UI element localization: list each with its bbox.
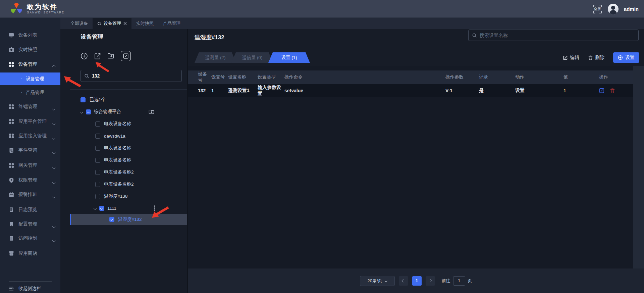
sidebar-item-label: 事件查询 [18, 147, 37, 153]
refresh-icon [97, 21, 101, 26]
settings-search-input[interactable] [480, 33, 635, 38]
tree-root-node[interactable]: 综合管理平台 [70, 107, 187, 117]
tree-node-meter2-1[interactable]: 电表设备名称2 [70, 167, 187, 177]
tree-node-meter-2[interactable]: 电表设备名称 [70, 143, 187, 153]
tab-telesignal[interactable]: 遥信量 (0) [231, 52, 273, 63]
close-icon[interactable] [123, 22, 127, 25]
goto-page-input[interactable] [453, 276, 465, 286]
checkbox[interactable] [95, 121, 100, 127]
sidebar-item-permission-management[interactable]: 权限管理 [0, 174, 60, 186]
tree-toolbar [80, 51, 131, 61]
sidebar-item-config-management[interactable]: 配置管理 [0, 218, 60, 230]
checkbox-indeterminate[interactable] [80, 97, 86, 102]
sidebar-item-label: 设备管理 [18, 61, 37, 67]
circle-plus-icon[interactable] [80, 52, 88, 60]
col-header-params: 操作参数 [445, 74, 479, 80]
tab-settings[interactable]: 设置 (1) [268, 52, 310, 63]
checkbox-checked[interactable] [99, 206, 104, 211]
tree-node-label: 电表设备名称2 [104, 181, 134, 187]
col-header-record: 记录 [479, 74, 515, 80]
sidebar-item-gateway-management[interactable]: 网关管理 [0, 159, 60, 172]
sidebar-item-app-platform-management[interactable]: 应用平台管理 [0, 115, 60, 128]
col-header-value: 值 [564, 74, 599, 80]
tab-product-management[interactable]: 产品管理 [158, 18, 185, 29]
tab-telemetry[interactable]: 遥测量 (2) [195, 52, 236, 63]
monitor-icon [9, 33, 14, 38]
tab-realtime-snapshot[interactable]: 实时快照 [131, 18, 158, 29]
tree-node-label: 电表设备名称 [104, 121, 131, 127]
sidebar-item-log-preview[interactable]: 日志预览 [0, 204, 60, 216]
checkbox[interactable] [95, 146, 100, 151]
checkbox[interactable] [95, 194, 100, 199]
sidebar-item-label: 报警排班 [18, 192, 37, 198]
tree-group-1111[interactable]: 1111 [70, 203, 187, 213]
page-size-select[interactable]: 20条/页 [360, 276, 395, 286]
tree-node-humiture-138[interactable]: 温湿度#138 [70, 191, 187, 201]
search-icon [84, 74, 89, 79]
tab-label: 设置 (1) [281, 55, 297, 61]
tab-all-devices[interactable]: 全部设备 [66, 18, 93, 29]
sidebar-item-label: 网关管理 [18, 162, 37, 168]
row-delete-icon[interactable] [610, 88, 615, 93]
sidebar-item-alarm-schedule[interactable]: 报警排班 [0, 189, 60, 201]
tree-node-label: 电表设备名称 [104, 145, 131, 151]
sidebar-subitem-device-management[interactable]: · 设备管理 [0, 72, 60, 85]
tree-node-meter-1[interactable]: 电表设备名称 [70, 119, 187, 129]
checkbox[interactable] [95, 158, 100, 163]
delete-button[interactable]: 删除 [588, 55, 604, 61]
sidebar-item-app-access-management[interactable]: 应用接入管理 [0, 130, 60, 142]
chevron-down-icon[interactable] [80, 110, 84, 113]
sidebar-item-realtime-snapshot[interactable]: 实时快照 [0, 44, 60, 56]
current-page-button[interactable]: 1 [412, 276, 422, 286]
checkbox-indeterminate[interactable] [86, 109, 91, 114]
tree-node-meter-3[interactable]: 电表设备名称 [70, 155, 187, 165]
tree-panel-title: 设备管理 [80, 33, 103, 41]
tab-device-management[interactable]: 设备管理 [93, 18, 131, 29]
sidebar-item-label: 实时快照 [18, 47, 37, 53]
table-row[interactable]: 132 1 遥测设置1 输入参数设置 setvalue V-1 是 设置 1 [188, 84, 633, 97]
fullscreen-button[interactable]: 全屏 [592, 4, 602, 14]
edit-button[interactable]: 编辑 [563, 55, 579, 61]
collapse-sidebar-button[interactable]: 收起侧边栏 [0, 283, 60, 293]
chevron-down-icon [53, 164, 55, 170]
kebab-menu-icon[interactable] [154, 205, 155, 211]
sidebar-item-app-store[interactable]: 应用商店 [0, 247, 60, 259]
checkbox[interactable] [95, 182, 100, 187]
checkbox-checked[interactable] [109, 217, 114, 222]
device-tree-panel: 设备管理 已选1个 综合管理平台 电表设备名称 [70, 29, 187, 293]
avatar[interactable] [608, 4, 619, 14]
col-header-device-no: 设备号 [188, 71, 211, 83]
settings-table-card: 设备号 设置号 设置名称 设置类型 操作命令 操作参数 记录 动作 值 操作 1… [188, 66, 633, 268]
goto-label: 前往 [442, 278, 450, 284]
sidebar-item-access-control[interactable]: 访问控制 [0, 232, 60, 244]
sidebar-item-event-query[interactable]: 事件查询 [0, 144, 60, 156]
sidebar-item-device-list[interactable]: 设备列表 [0, 29, 60, 41]
checkbox[interactable] [95, 170, 100, 175]
tree-search-input[interactable] [92, 73, 178, 79]
tree-node-humiture-132-selected[interactable]: 温湿度#132 [70, 214, 187, 225]
edit-square-button[interactable] [121, 51, 131, 61]
checkbox[interactable] [95, 134, 100, 139]
apps-icon [9, 119, 14, 124]
edit-external-icon[interactable] [94, 52, 101, 60]
add-folder-icon[interactable] [149, 109, 154, 115]
cell-command: setvalue [284, 88, 445, 93]
row-edit-icon[interactable] [599, 88, 604, 93]
tree-node-dawsdw1a[interactable]: dawsdw1a [70, 131, 187, 141]
set-button[interactable]: 设置 [613, 52, 639, 63]
prev-page-button[interactable] [399, 276, 408, 286]
sidebar-subitem-product-management[interactable]: · 产品管理 [0, 86, 60, 99]
tree-node-meter2-2[interactable]: 电表设备名称2 [70, 179, 187, 189]
chevron-down-icon [53, 120, 55, 126]
folder-export-icon[interactable] [107, 52, 115, 60]
tab-label: 设备管理 [104, 20, 121, 27]
store-icon [9, 251, 14, 256]
tree-selected-summary-row[interactable]: 已选1个 [70, 95, 187, 105]
chevron-down-icon[interactable] [94, 206, 97, 210]
apps-icon [9, 62, 14, 67]
sidebar-item-label: 权限管理 [18, 177, 37, 183]
next-page-button[interactable] [426, 276, 435, 286]
sidebar-item-terminal-management[interactable]: 终端管理 [0, 101, 60, 113]
sidebar-item-device-management[interactable]: 设备管理 [0, 58, 60, 70]
chevron-up-icon [53, 63, 55, 69]
